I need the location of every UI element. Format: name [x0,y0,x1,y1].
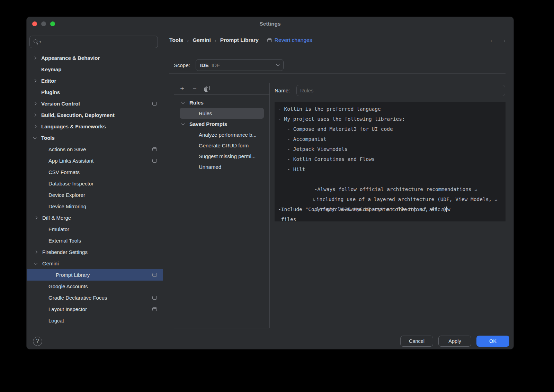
breadcrumb-prompt-library: Prompt Library [220,37,259,43]
sidebar-item-firebender-settings[interactable]: Firebender Settings [27,246,163,258]
chevron-right-icon[interactable] [33,79,37,83]
revert-changes-link[interactable]: Revert changes [267,37,312,43]
settings-main-pane: Tools › Gemini › Prompt Library Revert c… [163,31,513,333]
editor-line: - My project uses the following librarie… [278,114,503,124]
sidebar-item-languages-frameworks[interactable]: Languages & Frameworks [27,121,163,132]
prompt-library-toolbar: + − [174,83,269,95]
project-setting-icon [152,296,157,300]
project-setting-icon [152,102,157,106]
editor-line: files [278,215,503,221]
chevron-down-icon[interactable] [34,261,38,265]
chevron-down-icon[interactable] [33,136,37,139]
prompt-name-input[interactable] [296,85,505,96]
sidebar-item-keymap[interactable]: Keymap [27,64,163,75]
ok-button[interactable]: OK [476,336,509,347]
copy-icon [204,86,210,92]
sidebar-item-device-explorer[interactable]: Device Explorer [27,189,163,201]
project-setting-icon [152,147,157,151]
sidebar-item-prompt-library[interactable]: Prompt Library [27,269,163,281]
sidebar-item-layout-inspector[interactable]: Layout Inspector [27,303,163,315]
chevron-right-icon[interactable] [33,113,37,117]
sidebar-item-gemini[interactable]: Gemini [27,258,163,269]
breadcrumb-separator: › [215,37,216,43]
prompt-item-unnamed[interactable]: Unnamed [180,162,264,172]
breadcrumb: Tools › Gemini › Prompt Library Revert c… [169,37,312,43]
add-prompt-button[interactable]: + [178,84,187,93]
project-setting-icon [152,159,157,163]
remove-prompt-button[interactable]: − [190,84,199,93]
duplicate-prompt-button[interactable] [203,84,212,93]
editor-line: - Accompanist [278,134,503,144]
prompt-tree: Rules Rules Saved Prompts Analyze perfor… [174,95,269,172]
sidebar-item-emulator[interactable]: Emulator [27,224,163,235]
settings-window: Settings ▾ Appearance & Behavior Keymap [26,17,514,349]
search-input[interactable] [44,39,154,45]
soft-wrap-icon: ↵ [495,197,497,202]
settings-tree: Appearance & Behavior Keymap Editor Plug… [27,52,163,326]
chevron-right-icon[interactable] [34,216,38,220]
chevron-right-icon[interactable] [34,250,38,254]
question-mark-icon: ? [36,338,39,344]
settings-search-box[interactable]: ▾ [29,36,158,48]
sidebar-item-external-tools[interactable]: External Tools [27,235,163,246]
prompt-library-panel: + − Rules Rules [174,83,270,328]
editor-line: - Hilt [278,164,503,174]
minimize-window-button[interactable] [41,21,46,26]
divider [169,73,506,74]
forward-arrow-button[interactable]: → [500,36,507,44]
breadcrumb-tools[interactable]: Tools [169,37,183,43]
sidebar-item-app-links-assistant[interactable]: App Links Assistant [27,155,163,166]
sidebar-item-csv-formats[interactable]: CSV Formats [27,166,163,178]
sidebar-item-diff-merge[interactable]: Diff & Merge [27,212,163,224]
sidebar-item-gradle-declarative-focus[interactable]: Gradle Declarative Focus [27,292,163,303]
scope-selected-value: IDE [212,62,220,68]
zoom-window-button[interactable] [50,21,55,26]
chevron-down-icon[interactable] [181,100,185,104]
soft-wrap-icon: ↵ [474,187,477,192]
editor-line: - Jetpack Viewmodels [278,144,503,154]
prompt-item-analyze-performance[interactable]: Analyze performance b... [180,129,264,140]
sidebar-item-editor[interactable]: Editor [27,75,163,86]
scope-dropdown[interactable]: IDE IDE [196,59,284,71]
prompt-group-saved-prompts[interactable]: Saved Prompts [180,119,264,129]
help-button[interactable]: ? [33,337,42,346]
chevron-down-icon [276,63,279,66]
name-label: Name: [275,88,296,93]
sidebar-item-actions-on-save[interactable]: Actions on Save [27,144,163,155]
sidebar-item-logcat[interactable]: Logcat [27,315,163,326]
project-setting-icon [152,273,157,277]
apply-button[interactable]: Apply [438,336,471,347]
prompt-item-suggest-missing-permissions[interactable]: Suggest missing permi... [180,151,264,162]
chevron-right-icon[interactable] [33,125,37,128]
sidebar-item-appearance-behavior[interactable]: Appearance & Behavior [27,52,163,64]
window-title: Settings [27,17,513,31]
prompt-item-generate-crud-form[interactable]: Generate CRUD form [180,140,264,151]
project-setting-icon [267,38,272,42]
scope-badge: IDE [200,62,209,68]
close-window-button[interactable] [32,21,37,26]
dialog-footer: ? Cancel Apply OK [27,333,513,349]
sidebar-item-version-control[interactable]: Version Control [27,98,163,109]
sidebar-item-tools[interactable]: Tools [27,132,163,144]
sidebar-item-build-execution-deployment[interactable]: Build, Execution, Deployment [27,109,163,121]
sidebar-item-plugins[interactable]: Plugins [27,86,163,98]
cancel-button[interactable]: Cancel [400,336,433,347]
sidebar-item-google-accounts[interactable]: Google Accounts [27,281,163,292]
prompt-text-editor[interactable]: - Kotlin is the preferred language - My … [275,102,506,221]
back-arrow-button[interactable]: ← [489,36,496,44]
search-options-caret-icon[interactable]: ▾ [39,40,41,44]
breadcrumb-gemini[interactable]: Gemini [193,37,211,43]
prompt-group-rules[interactable]: Rules [180,97,264,108]
sidebar-item-device-mirroring[interactable]: Device Mirroring [27,201,163,212]
soft-wrap-icon: ↳ [313,195,316,205]
editor-line: - Kotlin is the preferred language [278,104,503,114]
editor-line: -Always follow official architecture rec… [278,174,503,184]
chevron-right-icon[interactable] [33,102,37,106]
scope-label: Scope: [174,62,190,68]
prompt-item-rules[interactable]: Rules [180,108,264,119]
chevron-right-icon[interactable] [33,56,37,60]
prompt-detail-pane: Name: - Kotlin is the preferred language… [275,83,505,221]
sidebar-item-database-inspector[interactable]: Database Inspector [27,178,163,189]
search-icon [33,39,39,45]
chevron-down-icon[interactable] [181,122,185,125]
